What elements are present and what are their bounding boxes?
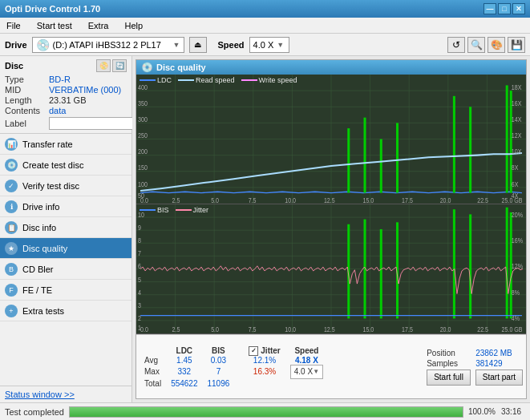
total-empty2 xyxy=(244,379,285,388)
speed-dropdown-icon: ▼ xyxy=(277,41,284,49)
maximize-button[interactable]: □ xyxy=(498,3,511,14)
svg-rect-22 xyxy=(469,107,471,192)
max-empty xyxy=(234,365,244,379)
status-window-link[interactable]: Status window >> xyxy=(0,386,131,402)
charts-container: LDC Read speed Write speed xyxy=(136,75,526,334)
sidebar-item-verify-test-disc[interactable]: ✓ Verify test disc xyxy=(0,176,131,196)
stats-bar: LDC BIS ✓ Jitter Speed xyxy=(136,334,526,398)
save-button[interactable]: 💾 xyxy=(508,37,525,53)
svg-text:8: 8 xyxy=(138,237,141,245)
menu-bar: File Start test Extra Help xyxy=(0,18,530,34)
svg-rect-18 xyxy=(364,118,366,193)
max-speed-box: 4.0 X ▼ xyxy=(285,365,328,379)
total-row: Total 554622 11096 xyxy=(140,379,328,388)
total-empty xyxy=(234,379,244,388)
svg-text:16X: 16X xyxy=(512,99,522,107)
svg-text:300: 300 xyxy=(138,115,148,123)
sidebar-item-extra-tests[interactable]: + Extra tests xyxy=(0,301,131,321)
drive-dropdown-icon: ▼ xyxy=(173,41,180,49)
col-header-speed: Speed xyxy=(285,346,328,356)
disc-contents-value: data xyxy=(49,106,66,115)
sidebar-item-disc-quality[interactable]: ★ Disc quality xyxy=(0,238,131,259)
color-button[interactable]: 🎨 xyxy=(488,37,505,53)
svg-text:20.0: 20.0 xyxy=(440,325,451,333)
total-label: Total xyxy=(140,379,166,388)
stats-right-section: Position 23862 MB Samples 381429 Start f… xyxy=(427,349,523,386)
status-text: Test completed xyxy=(5,407,64,417)
chart-bis: BIS Jitter xyxy=(136,204,526,334)
svg-text:25.0 GB: 25.0 GB xyxy=(502,325,523,333)
progress-bar-fill xyxy=(70,407,463,417)
disc-contents-label: Contents xyxy=(5,106,49,115)
close-button[interactable]: ✕ xyxy=(512,3,525,14)
drive-bar: Drive 💿 (D:) ATAPI iHBS312 2 PL17 ▼ ⏏ Sp… xyxy=(0,34,530,56)
svg-text:350: 350 xyxy=(138,99,148,107)
refresh-button[interactable]: ↺ xyxy=(447,37,465,53)
progress-bar-container xyxy=(69,406,463,418)
menu-extra[interactable]: Extra xyxy=(85,19,112,32)
svg-text:12.5: 12.5 xyxy=(324,196,335,204)
start-buttons-row: Start full Start part xyxy=(427,370,523,386)
window-controls: — □ ✕ xyxy=(483,3,525,14)
speed-label: Speed xyxy=(218,40,245,50)
svg-rect-19 xyxy=(380,139,382,193)
sidebar-item-drive-info[interactable]: ℹ Drive info xyxy=(0,196,131,217)
transfer-rate-icon: 📊 xyxy=(5,138,18,151)
eject-button[interactable]: ⏏ xyxy=(189,37,207,53)
sidebar-item-transfer-rate[interactable]: 📊 Transfer rate xyxy=(0,134,131,155)
svg-text:0.0: 0.0 xyxy=(140,196,148,204)
sidebar-item-fe-te[interactable]: F FE / TE xyxy=(0,280,131,301)
svg-text:18X: 18X xyxy=(512,83,522,91)
bis-legend-color xyxy=(140,209,156,211)
sidebar-item-create-test-disc[interactable]: 💿 Create test disc xyxy=(0,155,131,176)
menu-file[interactable]: File xyxy=(3,19,24,32)
disc-quality-panel: 💿 Disc quality LDC Read speed xyxy=(136,59,527,399)
chart-ldc: LDC Read speed Write speed xyxy=(136,75,526,204)
menu-start-test[interactable]: Start test xyxy=(34,19,75,32)
fe-te-label: FE / TE xyxy=(22,285,52,295)
svg-text:12%: 12% xyxy=(512,263,523,271)
start-part-button[interactable]: Start part xyxy=(475,370,523,386)
speed-select-box[interactable]: 4.0 X ▼ xyxy=(290,365,323,379)
disc-length-row: Length 23.31 GB xyxy=(5,95,127,105)
disc-icon-buttons: 📀 🔄 xyxy=(96,59,127,72)
samples-row: Samples 381429 xyxy=(427,359,523,368)
disc-info-label: Disc info xyxy=(22,223,56,232)
col-header-jitter: ✓ Jitter xyxy=(244,346,285,356)
title-bar: Opti Drive Control 1.70 — □ ✕ xyxy=(0,0,530,18)
chart2-legend: BIS Jitter xyxy=(140,206,208,214)
start-full-button[interactable]: Start full xyxy=(427,370,471,386)
svg-text:4%: 4% xyxy=(512,314,520,322)
extra-tests-icon: + xyxy=(5,305,18,317)
chart2-svg: 10 9 8 7 6 5 4 3 2 1 20% 16% 12% xyxy=(136,204,526,333)
position-value: 23862 MB xyxy=(475,349,516,357)
disc-panel: Disc 📀 🔄 Type BD-R MID VERBATIMe (000) L… xyxy=(0,56,131,134)
disc-icon-btn-2[interactable]: 🔄 xyxy=(112,59,127,72)
avg-bis: 0.03 xyxy=(203,356,235,365)
disc-type-label: Type xyxy=(5,75,49,84)
disc-quality-label: Disc quality xyxy=(22,244,67,253)
disc-panel-header: Disc 📀 🔄 xyxy=(5,59,127,72)
svg-text:20%: 20% xyxy=(512,211,523,219)
chart1-svg: 400 350 300 250 200 150 100 50 18X 16X 1… xyxy=(136,75,526,204)
svg-text:12.5: 12.5 xyxy=(324,325,335,333)
read-legend-label: Read speed xyxy=(196,76,235,84)
speed-select[interactable]: 4.0 X ▼ xyxy=(249,37,289,53)
scan-button[interactable]: 🔍 xyxy=(467,37,485,53)
drive-select[interactable]: 💿 (D:) ATAPI iHBS312 2 PL17 ▼ xyxy=(32,37,184,53)
jitter-checkbox[interactable]: ✓ xyxy=(249,346,258,356)
sidebar-item-disc-info[interactable]: 📋 Disc info xyxy=(0,217,131,238)
svg-rect-73 xyxy=(380,229,382,318)
svg-text:2.5: 2.5 xyxy=(172,325,180,333)
svg-text:7.5: 7.5 xyxy=(249,325,257,333)
progress-percent: 100.0% xyxy=(468,407,496,416)
max-jitter: 16.3% xyxy=(244,365,285,379)
svg-text:10.0: 10.0 xyxy=(285,325,296,333)
svg-text:20.0: 20.0 xyxy=(440,196,451,204)
drive-label: Drive xyxy=(5,40,27,50)
menu-help[interactable]: Help xyxy=(121,19,146,32)
sidebar-item-cd-bler[interactable]: B CD Bler xyxy=(0,259,131,280)
disc-icon-btn-1[interactable]: 📀 xyxy=(96,59,111,72)
svg-text:150: 150 xyxy=(138,163,148,172)
minimize-button[interactable]: — xyxy=(483,3,496,14)
